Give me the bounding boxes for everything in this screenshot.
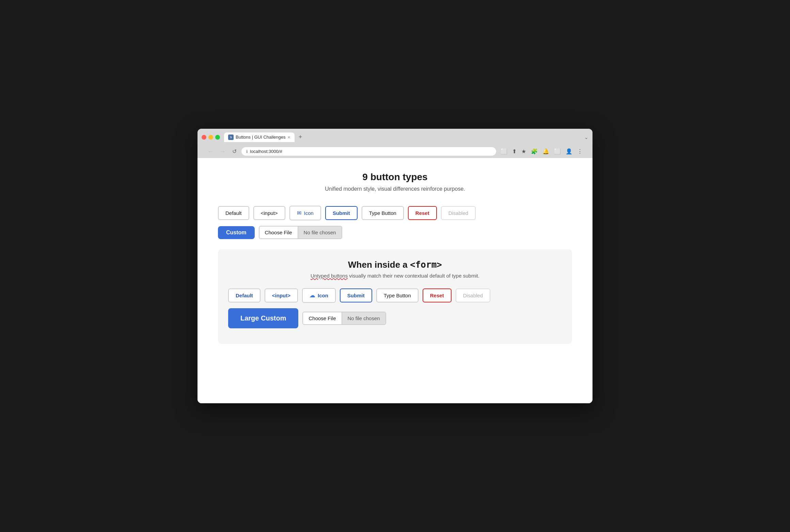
untyped-buttons-text: Untyped buttons — [311, 273, 348, 279]
back-button[interactable]: ← — [206, 147, 215, 156]
form-no-file-chosen-text: No file chosen — [342, 312, 385, 324]
disabled-button: Disabled — [441, 206, 476, 220]
form-submit-button[interactable]: Submit — [340, 288, 372, 302]
notification-icon[interactable]: 🔔 — [541, 147, 551, 156]
form-section: When inside a <form> Untyped buttons vis… — [218, 249, 572, 344]
tab-favicon: 🖱 — [228, 135, 234, 140]
traffic-lights — [202, 135, 220, 140]
choose-file-button[interactable]: Choose File — [259, 226, 298, 238]
split-view-icon[interactable]: ⬜ — [552, 147, 563, 156]
default-button[interactable]: Default — [218, 206, 249, 220]
form-input-button[interactable]: <input> — [265, 288, 298, 302]
url-text: localhost:3000/# — [250, 149, 282, 154]
titlebar: 🖱 Buttons | GUI Challenges × + ⌄ — [202, 132, 588, 142]
cloud-icon: ☁ — [310, 292, 315, 299]
buttons-row-2: Custom Choose File No file chosen — [218, 226, 572, 239]
external-link-icon[interactable]: ⬜ — [499, 147, 509, 156]
page-title: 9 button types — [218, 172, 572, 183]
page-subtitle: Unified modern style, visual differences… — [218, 186, 572, 192]
tab-expand-icon: ⌄ — [584, 135, 588, 140]
form-file-input-wrapper: Choose File No file chosen — [302, 312, 386, 325]
input-button[interactable]: <input> — [253, 206, 285, 220]
form-code-tag: <form> — [410, 260, 442, 270]
address-bar[interactable]: ℹ localhost:3000/# — [241, 147, 496, 156]
extension-icon[interactable]: 🧩 — [529, 147, 539, 156]
browser-tab[interactable]: 🖱 Buttons | GUI Challenges × — [224, 132, 295, 142]
share-icon[interactable]: ⬆ — [510, 147, 518, 156]
mail-icon: ✉ — [297, 210, 301, 216]
file-input-wrapper: Choose File No file chosen — [259, 226, 342, 239]
form-default-button[interactable]: Default — [228, 288, 260, 302]
bookmark-icon[interactable]: ★ — [520, 147, 528, 156]
type-button[interactable]: Type Button — [362, 206, 404, 220]
form-buttons-row-2: Large Custom Choose File No file chosen — [228, 308, 562, 328]
form-section-subtitle: Untyped buttons visually match their new… — [228, 273, 562, 279]
lock-icon: ℹ — [246, 149, 248, 154]
tab-bar: 🖱 Buttons | GUI Challenges × + ⌄ — [224, 132, 588, 142]
tab-title: Buttons | GUI Challenges — [236, 135, 285, 140]
form-section-title: When inside a <form> — [228, 260, 562, 270]
browser-window: 🖱 Buttons | GUI Challenges × + ⌄ ← → ↺ ℹ… — [198, 129, 592, 403]
reset-button[interactable]: Reset — [408, 206, 437, 220]
traffic-light-minimize[interactable] — [208, 135, 213, 140]
submit-button[interactable]: Submit — [325, 206, 358, 220]
menu-icon[interactable]: ⋮ — [575, 147, 584, 156]
traffic-light-close[interactable] — [202, 135, 206, 140]
browser-chrome: 🖱 Buttons | GUI Challenges × + ⌄ ← → ↺ ℹ… — [198, 129, 592, 158]
form-type-button[interactable]: Type Button — [376, 288, 418, 302]
page-content: 9 button types Unified modern style, vis… — [198, 158, 592, 403]
form-reset-button[interactable]: Reset — [423, 288, 452, 302]
toolbar-actions: ⬜ ⬆ ★ 🧩 🔔 ⬜ 👤 ⋮ — [499, 147, 584, 156]
reload-button[interactable]: ↺ — [230, 147, 239, 156]
new-tab-button[interactable]: + — [296, 132, 305, 142]
form-buttons-row-1: Default <input> ☁ Icon Submit Type Butto… — [228, 288, 562, 303]
no-file-chosen-text: No file chosen — [298, 226, 342, 238]
profile-icon[interactable]: 👤 — [564, 147, 574, 156]
form-icon-button[interactable]: ☁ Icon — [302, 288, 336, 303]
icon-button[interactable]: ✉ Icon — [289, 206, 321, 220]
custom-button[interactable]: Custom — [218, 226, 255, 239]
browser-toolbar: ← → ↺ ℹ localhost:3000/# ⬜ ⬆ ★ 🧩 🔔 ⬜ 👤 ⋮ — [202, 145, 588, 158]
buttons-row-1: Default <input> ✉ Icon Submit Type Butto… — [218, 206, 572, 220]
form-choose-file-button[interactable]: Choose File — [303, 312, 342, 324]
tab-close-button[interactable]: × — [287, 135, 290, 140]
forward-button[interactable]: → — [218, 147, 227, 156]
large-custom-button[interactable]: Large Custom — [228, 308, 298, 328]
traffic-light-maximize[interactable] — [215, 135, 220, 140]
form-disabled-button: Disabled — [456, 288, 490, 302]
